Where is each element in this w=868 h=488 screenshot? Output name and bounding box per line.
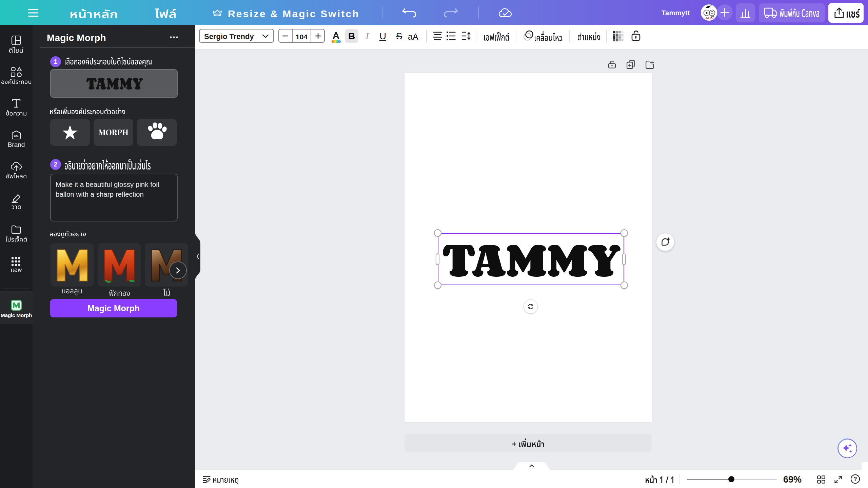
svg-text:iMoD: iMoD [706, 17, 713, 20]
svg-text:?: ? [853, 476, 857, 482]
svg-text:co.: co. [14, 134, 19, 138]
